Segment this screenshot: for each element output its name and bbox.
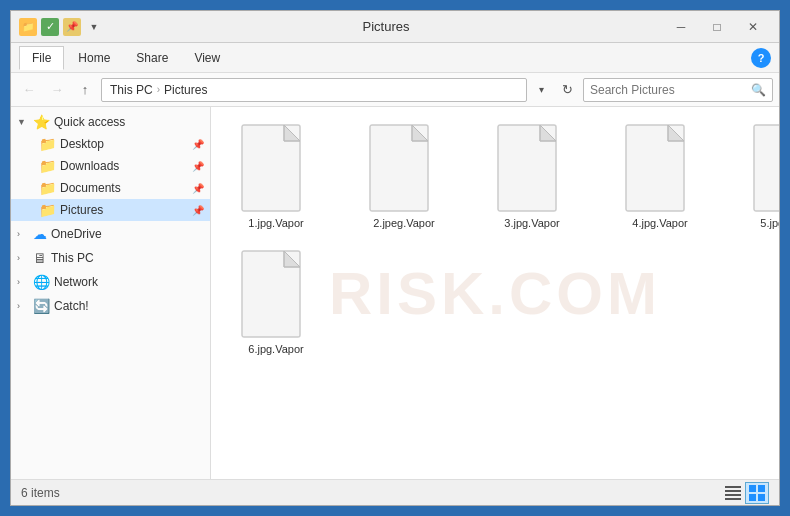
help-button[interactable]: ? xyxy=(751,48,771,68)
window-controls: ─ □ ✕ xyxy=(663,11,771,43)
onedrive-icon: ☁ xyxy=(33,226,47,242)
onedrive-expand-icon: › xyxy=(17,229,29,239)
pin-icon: 📌 xyxy=(63,18,81,36)
sidebar-item-downloads[interactable]: 📁 Downloads 📌 xyxy=(11,155,210,177)
sidebar-item-documents[interactable]: 📁 Documents 📌 xyxy=(11,177,210,199)
catch-icon: 🔄 xyxy=(33,298,50,314)
svg-rect-16 xyxy=(754,125,779,211)
view-large-icon-button[interactable] xyxy=(745,482,769,504)
quickaccess-label: Quick access xyxy=(54,115,125,129)
pictures-label: Pictures xyxy=(60,203,103,217)
sidebar-group-quickaccess: ▼ ⭐ Quick access 📁 Desktop 📌 📁 Downloads… xyxy=(11,111,210,221)
up-button[interactable]: ↑ xyxy=(73,78,97,102)
file-name: 1.jpg.Vapor xyxy=(248,217,303,229)
ribbon: File Home Share View ? xyxy=(11,43,779,73)
sidebar-network-header[interactable]: › 🌐 Network xyxy=(11,271,210,293)
thispc-icon: 🖥 xyxy=(33,250,47,266)
file-name: 5.jpg.Vapor xyxy=(760,217,779,229)
file-item[interactable]: 5.jpg.Vapor xyxy=(733,117,779,235)
sidebar-item-desktop[interactable]: 📁 Desktop 📌 xyxy=(11,133,210,155)
svg-rect-24 xyxy=(725,486,741,488)
downloads-folder-icon: 📁 xyxy=(39,158,56,174)
sidebar-group-onedrive: › ☁ OneDrive xyxy=(11,223,210,245)
view-list-button[interactable] xyxy=(721,482,745,504)
quickaccess-star-icon: ⭐ xyxy=(33,114,50,130)
sidebar-quickaccess-header[interactable]: ▼ ⭐ Quick access xyxy=(11,111,210,133)
svg-rect-31 xyxy=(758,494,765,501)
svg-rect-28 xyxy=(749,485,756,492)
file-item[interactable]: 6.jpg.Vapor xyxy=(221,243,331,361)
file-document-icon xyxy=(368,123,440,213)
status-bar: 6 items xyxy=(11,479,779,505)
title-bar: 📁 ✓ 📌 ▼ Pictures ─ □ ✕ xyxy=(11,11,779,43)
downloads-label: Downloads xyxy=(60,159,119,173)
file-item[interactable]: 3.jpg.Vapor xyxy=(477,117,587,235)
pictures-folder-icon: 📁 xyxy=(39,202,56,218)
path-part-thispc: This PC xyxy=(110,83,153,97)
file-name: 2.jpeg.Vapor xyxy=(373,217,435,229)
minimize-button[interactable]: ─ xyxy=(663,11,699,43)
tab-view[interactable]: View xyxy=(182,47,232,69)
path-part-pictures: Pictures xyxy=(164,83,207,97)
file-document-icon xyxy=(624,123,696,213)
thispc-label: This PC xyxy=(51,251,94,265)
sidebar: ▼ ⭐ Quick access 📁 Desktop 📌 📁 Downloads… xyxy=(11,107,211,479)
svg-rect-30 xyxy=(749,494,756,501)
quickaccess-expand-icon: ▼ xyxy=(17,117,29,127)
title-bar-icons: 📁 ✓ 📌 ▼ xyxy=(19,18,103,36)
file-document-icon xyxy=(496,123,568,213)
network-expand-icon: › xyxy=(17,277,29,287)
refresh-button[interactable]: ↻ xyxy=(555,78,579,102)
explorer-window: 📁 ✓ 📌 ▼ Pictures ─ □ ✕ File Home Share V… xyxy=(10,10,780,506)
address-bar: ← → ↑ This PC › Pictures ▾ ↻ 🔍 xyxy=(11,73,779,107)
file-name: 6.jpg.Vapor xyxy=(248,343,303,355)
desktop-folder-icon: 📁 xyxy=(39,136,56,152)
file-area: RISK.COM 1.jpg.Vapor 2.jpeg.Vapor 3.jpg.… xyxy=(211,107,779,479)
window-title: Pictures xyxy=(109,19,663,34)
file-document-icon xyxy=(240,123,312,213)
network-label: Network xyxy=(54,275,98,289)
tab-share[interactable]: Share xyxy=(124,47,180,69)
documents-label: Documents xyxy=(60,181,121,195)
documents-folder-icon: 📁 xyxy=(39,180,56,196)
svg-rect-29 xyxy=(758,485,765,492)
file-item[interactable]: 1.jpg.Vapor xyxy=(221,117,331,235)
forward-button[interactable]: → xyxy=(45,78,69,102)
sidebar-thispc-header[interactable]: › 🖥 This PC xyxy=(11,247,210,269)
back-button[interactable]: ← xyxy=(17,78,41,102)
thispc-expand-icon: › xyxy=(17,253,29,263)
main-area: ▼ ⭐ Quick access 📁 Desktop 📌 📁 Downloads… xyxy=(11,107,779,479)
onedrive-label: OneDrive xyxy=(51,227,102,241)
sidebar-catch-header[interactable]: › 🔄 Catch! xyxy=(11,295,210,317)
sidebar-group-catch: › 🔄 Catch! xyxy=(11,295,210,317)
file-document-icon xyxy=(752,123,779,213)
sidebar-item-pictures[interactable]: 📁 Pictures 📌 xyxy=(11,199,210,221)
file-document-icon xyxy=(240,249,312,339)
maximize-button[interactable]: □ xyxy=(699,11,735,43)
files-grid: 1.jpg.Vapor 2.jpeg.Vapor 3.jpg.Vapor 4.j… xyxy=(221,117,769,361)
svg-rect-25 xyxy=(725,490,741,492)
pictures-pin-icon: 📌 xyxy=(192,205,204,216)
address-dropdown[interactable]: ▾ xyxy=(531,78,551,102)
catch-label: Catch! xyxy=(54,299,89,313)
svg-rect-27 xyxy=(725,498,741,500)
search-input[interactable] xyxy=(590,83,747,97)
desktop-pin-icon: 📌 xyxy=(192,139,204,150)
file-item[interactable]: 2.jpeg.Vapor xyxy=(349,117,459,235)
svg-rect-26 xyxy=(725,494,741,496)
documents-pin-icon: 📌 xyxy=(192,183,204,194)
file-name: 4.jpg.Vapor xyxy=(632,217,687,229)
tab-file[interactable]: File xyxy=(19,46,64,70)
sidebar-onedrive-header[interactable]: › ☁ OneDrive xyxy=(11,223,210,245)
sidebar-group-network: › 🌐 Network xyxy=(11,271,210,293)
path-separator: › xyxy=(157,84,160,95)
item-count: 6 items xyxy=(21,486,60,500)
file-item[interactable]: 4.jpg.Vapor xyxy=(605,117,715,235)
catch-expand-icon: › xyxy=(17,301,29,311)
search-box[interactable]: 🔍 xyxy=(583,78,773,102)
tab-home[interactable]: Home xyxy=(66,47,122,69)
address-path[interactable]: This PC › Pictures xyxy=(101,78,527,102)
dropdown-arrow[interactable]: ▼ xyxy=(85,18,103,36)
downloads-pin-icon: 📌 xyxy=(192,161,204,172)
close-button[interactable]: ✕ xyxy=(735,11,771,43)
